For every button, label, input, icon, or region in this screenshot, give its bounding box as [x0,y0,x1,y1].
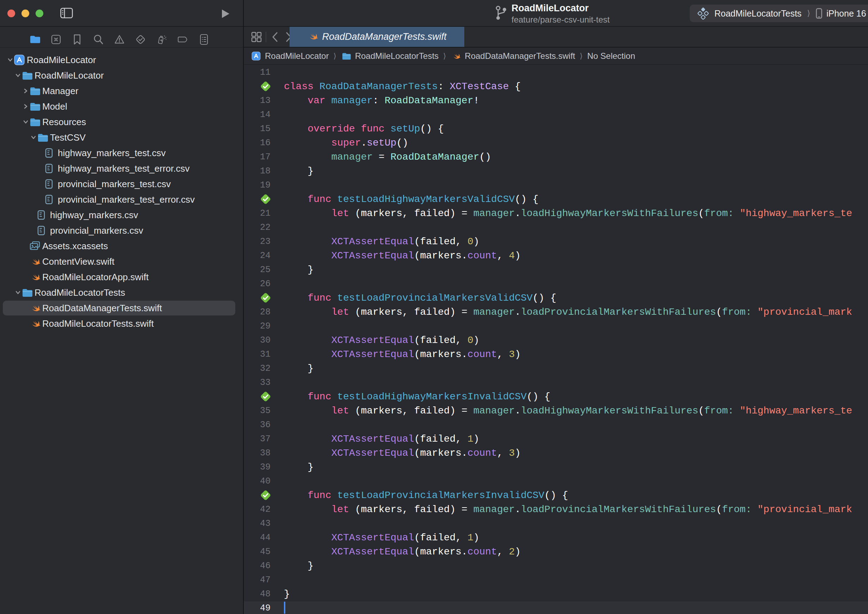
tab-roaddatamanagertests[interactable]: RoadDataManagerTests.swift [290,27,464,47]
test-passed-icon[interactable] [244,488,275,503]
breakpoints-navigator-icon[interactable] [178,34,188,45]
csv-icon [37,210,50,220]
token-plain: . [515,504,521,515]
tree-item-provincial-markers-csv[interactable]: provincial_markers.csv [0,223,243,238]
token-plain [284,250,331,261]
disclosure-chevron[interactable] [14,289,22,296]
tree-item-highway-markers-test-error-csv[interactable]: highway_markers_test_error.csv [0,161,243,176]
tree-item-roadmilelocator[interactable]: RoadMileLocator [0,68,243,83]
breadcrumb-item[interactable]: RoadMileLocator [251,51,329,61]
find-navigator-icon[interactable] [93,34,104,45]
token-plain: ) [515,250,521,261]
tree-item-roaddatamanagertests-swift[interactable]: RoadDataManagerTests.swift [0,300,243,316]
debug-navigator-icon[interactable] [157,34,167,45]
line-number: 30 [244,333,275,348]
tree-item-roadmilelocatorapp-swift[interactable]: RoadMileLocatorApp.swift [0,269,243,285]
token-plain [284,123,307,134]
scheme-device[interactable]: iPhone 16 Pro [826,8,868,19]
project-navigator-icon[interactable] [29,34,40,45]
token-plain: , [497,250,509,261]
token-plain: , [497,349,509,360]
reports-navigator-icon[interactable] [199,34,209,45]
close-button[interactable] [8,9,15,17]
tree-item-label: Assets.xcassets [42,241,108,252]
token-plain: ) [473,532,479,543]
folder-icon [22,288,34,297]
disclosure-chevron[interactable] [22,88,29,94]
code-text: XCTAssertEqual(markers.count, 3) [284,348,521,362]
disclosure-chevron[interactable] [14,72,22,79]
tree-item-model[interactable]: Model [0,99,243,114]
tree-item-highway-markers-test-csv[interactable]: highway_markers_test.csv [0,145,243,161]
token-plain [284,391,307,402]
token-declaration: testLoadHighwayMarkersValidCSV [337,194,515,205]
code-text: func testLoadHighwayMarkersValidCSV() { [284,193,539,207]
line-number: 11 [244,65,275,80]
code-text: XCTAssertEqual(markers.count, 2) [284,545,521,559]
minimize-button[interactable] [22,9,29,17]
bookmarks-navigator-icon[interactable] [72,34,82,45]
disclosure-chevron[interactable] [29,134,37,141]
token-function_system: XCTAssertEqual [331,335,414,346]
breadcrumb-item[interactable]: No Selection [587,51,635,61]
swift-icon [29,272,42,282]
token-property: count [468,250,497,261]
token-member: loadProvincialMarkersWithFailures [521,504,716,515]
tree-item-assets-xcassets[interactable]: Assets.xcassets [0,238,243,254]
line-number: 43 [244,517,275,531]
token-declaration: RoadDataManagerTests [319,81,438,92]
tree-item-testcsv[interactable]: TestCSV [0,130,243,145]
code-line-12: class RoadDataManagerTests: XCTestCase { [244,80,868,94]
tree-item-label: highway_markers.csv [50,210,138,221]
folder-icon [29,118,42,126]
token-plain: (markers. [414,250,468,261]
code-text: manager = RoadDataManager() [284,150,491,164]
run-button[interactable] [220,8,230,19]
tree-item-label: RoadMileLocatorApp.swift [42,272,149,283]
navigator-divider[interactable] [243,0,244,614]
token-plain [284,349,331,360]
source-control-navigator-icon[interactable] [51,34,61,45]
tests-navigator-icon[interactable] [135,34,146,45]
token-plain: . [515,405,521,416]
disclosure-chevron[interactable] [22,103,29,110]
code-line-28: 28 let (markers, failed) = manager.loadP… [244,305,868,319]
zoom-button[interactable] [36,9,43,17]
issues-navigator-icon[interactable] [114,34,125,45]
tree-item-roadmilelocatortests[interactable]: RoadMileLocatorTests [0,285,243,300]
code-line-40: 40 [244,474,868,488]
tree-item-roadmilelocatortests-swift[interactable]: RoadMileLocatorTests.swift [0,316,243,331]
folder-icon [22,71,34,80]
related-items-icon[interactable] [251,31,262,44]
tree-item-resources[interactable]: Resources [0,114,243,130]
tree-item-highway-markers-csv[interactable]: highway_markers.csv [0,207,243,223]
code-line-36: 36 [244,418,868,432]
tree-item-contentview-swift[interactable]: ContentView.swift [0,254,243,269]
scheme-target[interactable]: RoadMileLocatorTests [715,8,801,19]
tree-item-manager[interactable]: Manager [0,83,243,99]
disclosure-chevron[interactable] [6,57,14,63]
test-passed-icon[interactable] [244,390,275,404]
disclosure-chevron[interactable] [22,119,29,125]
test-passed-icon[interactable] [244,80,275,94]
test-passed-icon[interactable] [244,291,275,305]
breadcrumb-item[interactable]: RoadDataManagerTests.swift [451,51,575,61]
token-keyword: func [307,194,331,205]
code-line-13: 13 var manager: RoadDataManager! [244,94,868,108]
line-number: 24 [244,249,275,263]
tree-item-provincial-markers-test-error-csv[interactable]: provincial_markers_test_error.csv [0,192,243,207]
breadcrumb-item[interactable]: RoadMileLocatorTests [341,51,439,61]
code-line-22: 22 [244,221,868,235]
source-editor[interactable]: 11class RoadDataManagerTests: XCTestCase… [244,65,868,614]
test-passed-icon[interactable] [244,193,275,207]
sidebar-toggle-icon[interactable] [60,8,73,18]
tree-item-provincial-markers-test-csv[interactable]: provincial_markers_test.csv [0,176,243,192]
tree-item-label: Resources [42,117,86,127]
navigator-panel: RoadMileLocatorRoadMileLocatorManagerMod… [0,27,243,614]
token-plain: } [284,560,313,571]
code-text: } [284,263,313,277]
tree-item-roadmilelocator[interactable]: RoadMileLocator [0,52,243,68]
back-button[interactable] [271,31,280,43]
token-plain [331,292,337,303]
swift-icon [29,303,42,313]
